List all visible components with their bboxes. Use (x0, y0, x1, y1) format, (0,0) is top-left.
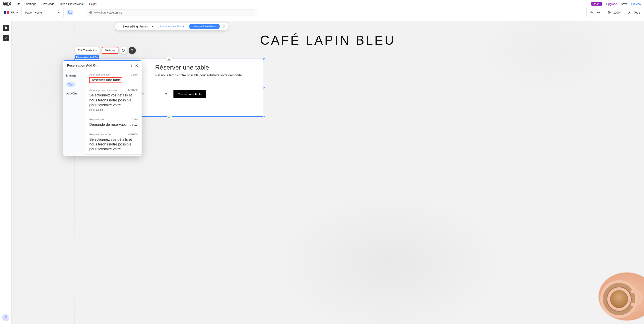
menu-help-label: Help (89, 2, 95, 5)
undo-icon[interactable] (590, 11, 594, 14)
top-menu: Site Settings Dev Mode Hire a Profession… (16, 2, 96, 5)
desktop-view-button[interactable] (67, 10, 73, 15)
menu-settings[interactable]: Settings (26, 2, 36, 5)
svg-point-2 (77, 13, 77, 14)
redo-icon[interactable] (596, 11, 600, 14)
top-right: 50% OFF Upgrade Save Preview (591, 2, 641, 5)
bar2-right: 100% Tools (586, 8, 644, 17)
language-selector[interactable]: FR (1, 8, 21, 17)
zoom-out-icon (608, 11, 611, 14)
secondary-bar: FR Page: Home www.bunnycafe.online 100% (0, 8, 644, 17)
menu-hire[interactable]: Hire a Professional (60, 2, 84, 5)
topbar: WIX Site Settings Dev Mode Hire a Profes… (0, 0, 644, 8)
page-label: Page: (25, 11, 32, 14)
menu-devmode[interactable]: Dev Mode (42, 2, 54, 5)
mobile-icon (76, 11, 78, 14)
upgrade-link[interactable]: Upgrade (606, 2, 617, 5)
chevron-down-icon (58, 12, 60, 13)
save-button[interactable]: Save (621, 2, 627, 5)
tools-button[interactable]: Tools (624, 8, 644, 17)
flag-france-icon (4, 11, 9, 14)
url-text: www.bunnycafe.online (94, 11, 122, 14)
zoom-control[interactable]: 100% (604, 8, 624, 17)
language-code: FR (10, 11, 14, 14)
wix-logo[interactable]: WIX (3, 1, 11, 7)
page-selector[interactable]: Page: Home (21, 8, 64, 17)
menu-site[interactable]: Site (16, 2, 20, 5)
wrench-icon (628, 11, 631, 14)
preview-button[interactable]: Preview (631, 2, 641, 5)
tools-label: Tools (634, 11, 640, 14)
mobile-view-button[interactable] (76, 11, 78, 14)
undo-redo-group (586, 8, 604, 17)
discount-badge: 50% OFF (591, 2, 602, 5)
desktop-icon (68, 11, 72, 14)
svg-rect-0 (68, 11, 72, 13)
chevron-down-icon (16, 12, 18, 13)
zoom-value: 100% (614, 11, 621, 14)
notification-dot-icon (95, 2, 96, 4)
device-switcher (64, 8, 82, 17)
page-value: Home (34, 11, 42, 14)
url-bar-area: www.bunnycafe.online (82, 8, 586, 17)
url-field[interactable]: www.bunnycafe.online (86, 9, 257, 16)
globe-icon (89, 11, 92, 14)
menu-help[interactable]: Help (89, 2, 96, 5)
